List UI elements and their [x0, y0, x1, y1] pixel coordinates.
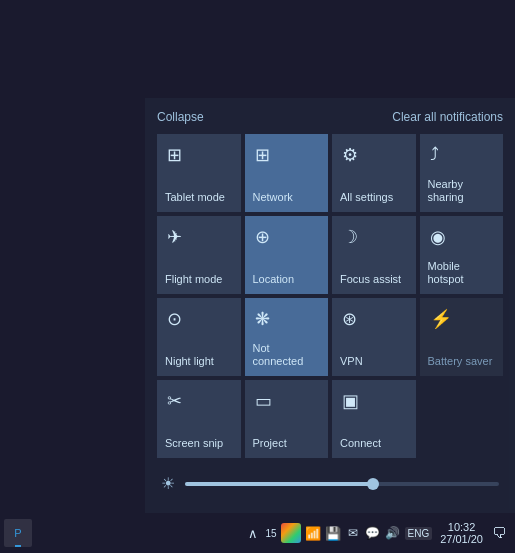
tile-project[interactable]: ▭Project [245, 380, 329, 458]
taskbar: P ∧ 15 📶 💾 ✉ 💬 🔊 ENG [0, 513, 515, 553]
brightness-fill [185, 482, 373, 486]
flight-mode-label: Flight mode [165, 273, 222, 286]
tile-mobile-hotspot[interactable]: ◉Mobile hotspot [420, 216, 504, 294]
language-label: ENG [405, 527, 433, 540]
network-label: Network [253, 191, 293, 204]
screen-snip-icon: ✂ [167, 390, 182, 412]
tile-location[interactable]: ⊕Location [245, 216, 329, 294]
connect-label: Connect [340, 437, 381, 450]
battery-saver-label: Battery saver [428, 355, 493, 368]
tiles-grid: ⊞Tablet mode⊞Network⚙All settings⤴Nearby… [157, 134, 503, 458]
system-tray: ∧ 15 📶 💾 ✉ 💬 🔊 ENG 10:32 27/01/20 [245, 521, 511, 545]
mobile-hotspot-icon: ◉ [430, 226, 446, 248]
tray-volume-icon[interactable]: 🔊 [385, 525, 401, 541]
all-settings-icon: ⚙ [342, 144, 358, 166]
wifi-icon: 📶 [305, 525, 321, 541]
taskbar-window-item[interactable]: P [4, 519, 32, 547]
notification-icon: 🗨 [492, 525, 506, 541]
panel-header: Collapse Clear all notifications [157, 110, 503, 124]
action-center-panel: Collapse Clear all notifications ⊞Tablet… [145, 98, 515, 513]
tile-flight-mode[interactable]: ✈Flight mode [157, 216, 241, 294]
window-indicator [15, 545, 21, 547]
tray-storage-icon[interactable]: 💾 [325, 525, 341, 541]
vpn-icon: ⊛ [342, 308, 357, 330]
collapse-button[interactable]: Collapse [157, 110, 204, 124]
mail-icon: ✉ [345, 525, 361, 541]
tile-focus-assist[interactable]: ☽Focus assist [332, 216, 416, 294]
tile-nearby-sharing[interactable]: ⤴Nearby sharing [420, 134, 504, 212]
app-icon: P [14, 527, 21, 539]
focus-assist-icon: ☽ [342, 226, 358, 248]
clear-notifications-button[interactable]: Clear all notifications [392, 110, 503, 124]
brightness-icon: ☀ [161, 474, 175, 493]
network-icon: ⊞ [255, 144, 270, 166]
night-light-label: Night light [165, 355, 214, 368]
tray-mail-icon[interactable]: ✉ [345, 525, 361, 541]
tray-msg-icon[interactable]: 💬 [365, 525, 381, 541]
location-label: Location [253, 273, 295, 286]
flight-mode-icon: ✈ [167, 226, 182, 248]
volume-icon: 🔊 [385, 525, 401, 541]
tile-battery-saver[interactable]: ⚡Battery saver [420, 298, 504, 376]
focus-assist-label: Focus assist [340, 273, 401, 286]
tile-night-light[interactable]: ⊙Night light [157, 298, 241, 376]
storage-icon: 💾 [325, 525, 341, 541]
tile-not-connected[interactable]: ❋Not connected [245, 298, 329, 376]
location-icon: ⊕ [255, 226, 270, 248]
tile-network[interactable]: ⊞Network [245, 134, 329, 212]
not-connected-label: Not connected [253, 342, 321, 368]
language-indicator[interactable]: ENG [405, 527, 433, 540]
brightness-slider[interactable] [185, 482, 499, 486]
nearby-sharing-icon: ⤴ [430, 144, 439, 165]
tile-connect[interactable]: ▣Connect [332, 380, 416, 458]
tablet-mode-label: Tablet mode [165, 191, 225, 204]
all-settings-label: All settings [340, 191, 393, 204]
tile-all-settings[interactable]: ⚙All settings [332, 134, 416, 212]
taskbar-left: P [4, 519, 32, 547]
brightness-thumb [367, 478, 379, 490]
mobile-hotspot-label: Mobile hotspot [428, 260, 496, 286]
nearby-sharing-label: Nearby sharing [428, 178, 496, 204]
tray-badge-item[interactable]: 15 [265, 528, 276, 539]
tray-colorful-icon[interactable] [281, 523, 301, 543]
connect-icon: ▣ [342, 390, 359, 412]
screen-snip-label: Screen snip [165, 437, 223, 450]
message-icon: 💬 [365, 525, 381, 541]
colorful-app-icon [281, 523, 301, 543]
notification-center-button[interactable]: 🗨 [487, 521, 511, 545]
clock-date: 27/01/20 [440, 533, 483, 545]
clock-time: 10:32 [448, 521, 476, 533]
chevron-up-icon: ∧ [245, 525, 261, 541]
tray-number-badge: 15 [265, 528, 276, 539]
tile-vpn[interactable]: ⊛VPN [332, 298, 416, 376]
battery-saver-icon: ⚡ [430, 308, 452, 330]
tile-tablet-mode[interactable]: ⊞Tablet mode [157, 134, 241, 212]
not-connected-icon: ❋ [255, 308, 270, 330]
night-light-icon: ⊙ [167, 308, 182, 330]
project-icon: ▭ [255, 390, 272, 412]
brightness-row: ☀ [157, 470, 503, 497]
tray-overflow-button[interactable]: ∧ [245, 525, 261, 541]
tablet-mode-icon: ⊞ [167, 144, 182, 166]
vpn-label: VPN [340, 355, 363, 368]
tile-screen-snip[interactable]: ✂Screen snip [157, 380, 241, 458]
tray-wifi-icon[interactable]: 📶 [305, 525, 321, 541]
project-label: Project [253, 437, 287, 450]
clock[interactable]: 10:32 27/01/20 [440, 521, 483, 545]
